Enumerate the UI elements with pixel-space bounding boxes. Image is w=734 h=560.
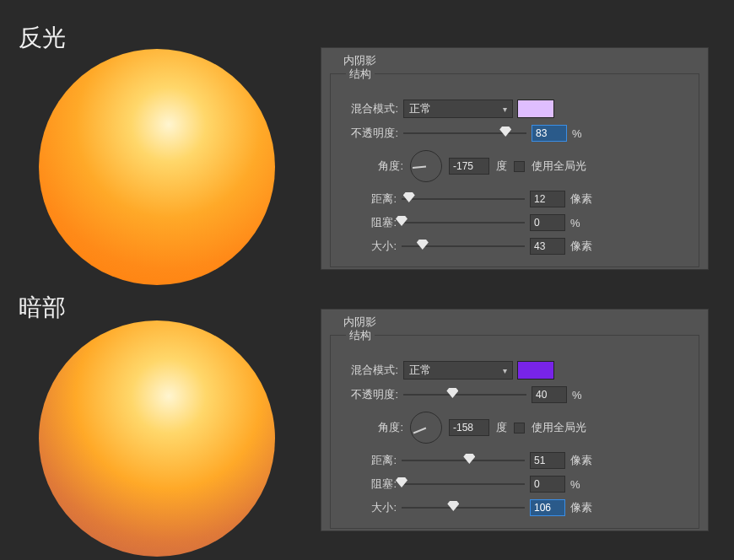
fieldset-legend: 结构 — [346, 67, 375, 82]
choke-label: 阻塞: — [364, 477, 397, 492]
opacity-label: 不透明度: — [339, 387, 398, 402]
blend-mode-dropdown[interactable]: 正常 ▾ — [403, 100, 513, 118]
chevron-down-icon: ▾ — [503, 366, 507, 375]
panel-title: 内阴影 — [321, 48, 708, 68]
choke-input[interactable] — [530, 214, 565, 231]
choke-unit: % — [570, 478, 580, 491]
size-label: 大小: — [364, 500, 397, 515]
section-label-shadow: 暗部 — [19, 292, 66, 324]
global-light-checkbox[interactable] — [514, 161, 525, 172]
choke-unit: % — [570, 217, 580, 229]
angle-label: 角度: — [371, 420, 403, 435]
blend-mode-dropdown[interactable]: 正常 ▾ — [403, 361, 513, 380]
distance-unit: 像素 — [570, 191, 592, 207]
size-slider[interactable] — [402, 501, 525, 514]
size-input[interactable] — [530, 238, 565, 255]
opacity-unit: % — [572, 389, 582, 401]
blend-mode-label: 混合模式: — [339, 101, 398, 116]
angle-unit: 度 — [496, 420, 507, 435]
angle-dial[interactable] — [410, 412, 442, 444]
fieldset-legend: 结构 — [346, 328, 375, 343]
chevron-down-icon: ▾ — [503, 105, 507, 114]
choke-slider[interactable] — [402, 477, 525, 491]
opacity-slider[interactable] — [403, 127, 526, 140]
choke-label: 阻塞: — [364, 215, 397, 230]
color-swatch[interactable] — [517, 100, 554, 118]
global-light-label: 使用全局光 — [532, 159, 586, 174]
angle-unit: 度 — [496, 159, 507, 174]
inner-shadow-panel-top: 内阴影 结构 混合模式: 正常 ▾ 不透明度: % 角度: — [321, 47, 709, 270]
blend-mode-label: 混合模式: — [339, 363, 398, 378]
color-swatch[interactable] — [517, 361, 554, 380]
opacity-unit: % — [572, 127, 582, 140]
size-input[interactable] — [530, 499, 565, 516]
distance-label: 距离: — [364, 191, 397, 207]
section-label-reflection: 反光 — [19, 22, 66, 54]
opacity-slider[interactable] — [403, 388, 526, 401]
opacity-label: 不透明度: — [339, 126, 398, 141]
distance-slider[interactable] — [402, 454, 525, 467]
preview-sphere-shadow — [39, 320, 275, 557]
angle-dial[interactable] — [410, 150, 442, 182]
blend-mode-value: 正常 — [409, 363, 431, 378]
opacity-input[interactable] — [532, 386, 567, 403]
distance-label: 距离: — [364, 453, 397, 468]
angle-input[interactable] — [449, 419, 489, 436]
inner-shadow-panel-bottom: 内阴影 结构 混合模式: 正常 ▾ 不透明度: % 角度: — [321, 309, 709, 531]
choke-slider[interactable] — [402, 216, 525, 229]
distance-slider[interactable] — [402, 192, 525, 206]
angle-input[interactable] — [449, 158, 489, 175]
global-light-label: 使用全局光 — [532, 420, 586, 435]
global-light-checkbox[interactable] — [514, 423, 525, 433]
distance-input[interactable] — [530, 452, 565, 469]
opacity-input[interactable] — [532, 125, 567, 142]
size-label: 大小: — [364, 239, 397, 254]
distance-unit: 像素 — [570, 453, 592, 468]
size-unit: 像素 — [570, 239, 592, 254]
size-unit: 像素 — [570, 500, 592, 515]
distance-input[interactable] — [530, 191, 565, 207]
choke-input[interactable] — [530, 476, 565, 493]
size-slider[interactable] — [402, 240, 525, 253]
angle-label: 角度: — [371, 159, 403, 174]
blend-mode-value: 正常 — [409, 101, 431, 116]
panel-title: 内阴影 — [321, 310, 708, 330]
preview-sphere-reflection — [39, 49, 275, 285]
